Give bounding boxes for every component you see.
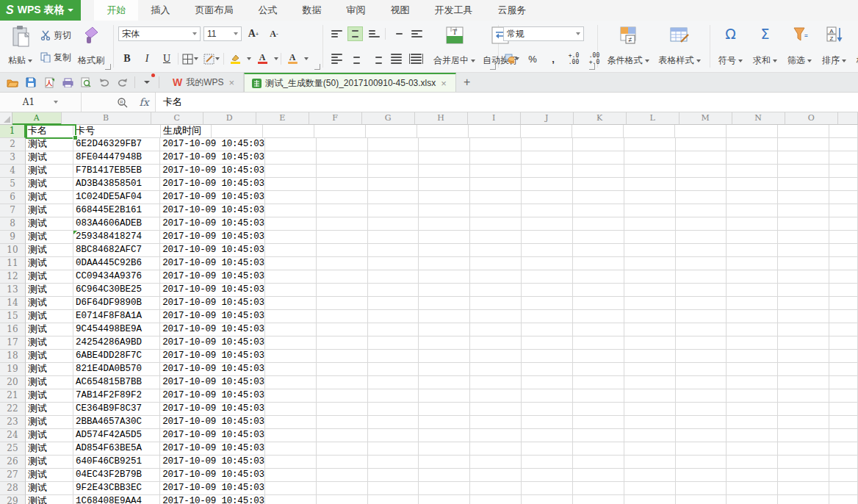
borders-button[interactable] [181,51,200,66]
cell-B3[interactable]: 8FE04447948B [73,151,160,165]
cell-K22[interactable] [573,403,624,416]
cell-I29[interactable] [470,495,522,504]
cell-G16[interactable] [368,323,419,336]
cell-B8[interactable]: 083A4606ADEB [73,217,160,231]
cell-E17[interactable] [265,336,317,350]
cell-L7[interactable] [624,204,676,217]
cell-C4[interactable]: 2017-10-09 10:45:03 [160,165,265,178]
menu-tab-云服务[interactable]: 云服务 [485,0,538,21]
cell-J23[interactable] [522,416,573,429]
cell-G25[interactable] [368,442,419,456]
row-header-15[interactable]: 15 [0,310,26,323]
cell-A9[interactable]: 测试 [26,231,73,244]
cell-F13[interactable] [317,284,368,297]
filter-button[interactable]: = 筛选 [784,24,815,68]
cell-H23[interactable] [419,416,470,429]
cell-F12[interactable] [317,270,368,284]
row-header-9[interactable]: 9 [0,231,26,244]
cell-O11[interactable] [778,257,829,270]
cell-I28[interactable] [470,482,522,495]
cell-E1[interactable] [263,125,314,138]
cell-L9[interactable] [624,231,676,244]
cell-F22[interactable] [317,403,368,416]
cell-E19[interactable] [265,363,317,376]
cell-H14[interactable] [419,297,470,310]
cell-G26[interactable] [368,456,419,469]
cell-A26[interactable]: 测试 [26,456,73,469]
cell-F17[interactable] [317,336,368,350]
row-header-22[interactable]: 22 [0,403,26,416]
formula-content[interactable]: 卡名 [155,93,858,112]
cell-M21[interactable] [676,389,727,403]
cell-N6[interactable] [727,191,778,204]
cell-K7[interactable] [573,204,624,217]
clipboard-dialog-launcher[interactable] [105,64,111,70]
cell-G27[interactable] [368,469,419,482]
cell-P12[interactable] [829,270,858,284]
cell-O4[interactable] [778,165,829,178]
cell-L4[interactable] [624,165,676,178]
column-header-K[interactable]: K [574,112,627,125]
export-pdf-button[interactable]: 人 [43,76,56,89]
cell-O17[interactable] [778,336,829,350]
cell-M5[interactable] [676,178,727,191]
cell-E20[interactable] [265,376,317,389]
cell-P15[interactable] [829,310,858,323]
align-middle-button[interactable] [347,26,363,41]
cell-C23[interactable]: 2017-10-09 10:45:03 [160,416,265,429]
cell-C27[interactable]: 2017-10-09 10:45:03 [160,469,265,482]
underline-button[interactable]: U [158,51,176,66]
cell-M22[interactable] [676,403,727,416]
cell-J2[interactable] [522,138,573,151]
sum-button[interactable]: Σ 求和 [749,24,781,68]
cell-P10[interactable] [829,244,858,257]
cell-J14[interactable] [522,297,573,310]
cell-K1[interactable] [572,125,624,138]
row-header-19[interactable]: 19 [0,363,26,376]
undo-button[interactable] [98,76,111,89]
distribute-button[interactable] [407,51,425,66]
cell-H8[interactable] [419,217,470,231]
cell-P25[interactable] [829,442,858,456]
cell-L17[interactable] [624,336,676,350]
cell-I6[interactable] [470,191,522,204]
cell-E28[interactable] [265,482,317,495]
cell-B1[interactable]: 卡号 [73,125,161,138]
cell-O15[interactable] [778,310,829,323]
cell-B6[interactable]: 1C024DE5AF04 [73,191,160,204]
row-header-23[interactable]: 23 [0,416,26,429]
cell-G1[interactable] [366,125,417,138]
column-header-D[interactable]: D [203,112,256,125]
cell-B10[interactable]: 8BC84682AFC7 [73,244,160,257]
paste-button[interactable]: 粘贴 [4,24,36,68]
font-dialog-launcher[interactable] [314,64,320,70]
cell-J3[interactable] [522,151,573,165]
cell-E6[interactable] [265,191,317,204]
cell-O26[interactable] [778,456,829,469]
cell-L23[interactable] [624,416,676,429]
cell-E16[interactable] [265,323,317,336]
clear-format-button[interactable]: A [284,51,301,66]
cell-C3[interactable]: 2017-10-09 10:45:03 [160,151,265,165]
cell-F21[interactable] [317,389,368,403]
cell-I19[interactable] [470,363,522,376]
cell-J7[interactable] [522,204,573,217]
cell-F18[interactable] [317,350,368,363]
cell-J22[interactable] [522,403,573,416]
cell-K13[interactable] [573,284,624,297]
cell-K24[interactable] [573,429,624,442]
search-button[interactable]: R [111,93,133,112]
row-header-13[interactable]: 13 [0,284,26,297]
cell-P23[interactable] [829,416,858,429]
cell-K10[interactable] [573,244,624,257]
cell-I15[interactable] [470,310,522,323]
cell-M8[interactable] [676,217,727,231]
cell-C17[interactable]: 2017-10-09 10:45:03 [160,336,265,350]
fill-color-button[interactable] [226,51,244,66]
cell-I12[interactable] [470,270,522,284]
cell-E15[interactable] [265,310,317,323]
cell-M17[interactable] [676,336,727,350]
cell-E11[interactable] [265,257,317,270]
cell-E25[interactable] [265,442,317,456]
cell-C28[interactable]: 2017-10-09 10:45:03 [160,482,265,495]
